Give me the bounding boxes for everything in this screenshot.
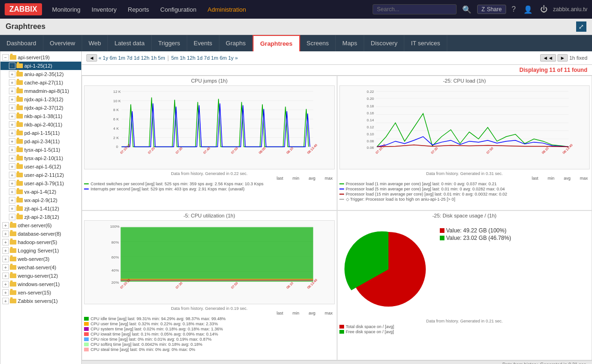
tab-triggers[interactable]: Triggers — [152, 35, 187, 51]
tree-toggle[interactable]: + — [9, 147, 15, 153]
shortcut-12h-right[interactable]: 12h — [187, 55, 195, 61]
tree-toggle[interactable]: + — [9, 96, 15, 103]
prev-button[interactable]: ◄ — [86, 54, 97, 62]
sidebar-item-logging-server[interactable]: + Logging Server(1) — [0, 246, 81, 255]
tree-toggle[interactable]: + — [9, 155, 15, 161]
sidebar-item-zjt-api-2-18[interactable]: + zjt-api-2-18(12) — [0, 213, 81, 221]
shortcut-6m-left[interactable]: 6m — [110, 55, 117, 61]
tab-graphs[interactable]: Graphs — [219, 35, 253, 51]
tab-web[interactable]: Web — [82, 35, 108, 51]
nav-configuration[interactable]: Configuration — [155, 0, 202, 19]
shortcut-6m-right[interactable]: 6m — [219, 55, 226, 61]
sidebar-item-wechat-server[interactable]: + wechat-server(4) — [0, 263, 81, 272]
shortcut-7d-left[interactable]: 7d — [127, 55, 132, 61]
zoom-in-button[interactable]: ► — [557, 54, 568, 62]
sidebar-item-windows-server[interactable]: + windows-server(1) — [0, 280, 81, 288]
shortcut-1m-right[interactable]: 1m — [211, 55, 218, 61]
sidebar-item-tysx-api-2-10[interactable]: + tysx-api-2-10(11) — [0, 154, 81, 162]
tree-toggle[interactable]: + — [9, 105, 15, 111]
tree-toggle[interactable]: + — [2, 289, 9, 296]
tree-toggle[interactable]: + — [9, 121, 15, 128]
sidebar-item-cache-api-27[interactable]: + cache-api-27(11) — [0, 78, 81, 87]
tab-it-services[interactable]: IT services — [404, 35, 447, 51]
shortcut-1d-left[interactable]: 1d — [134, 55, 139, 61]
tree-toggle[interactable]: + — [9, 163, 15, 170]
search-icon[interactable]: 🔍 — [460, 5, 473, 14]
tree-toggle[interactable]: + — [2, 273, 9, 279]
sidebar-item-user-api-3-79[interactable]: + user-api-3-79(11) — [0, 179, 81, 188]
sidebar-item-wengu-server[interactable]: + wengu-server(12) — [0, 272, 81, 280]
shortcut-5m-left[interactable]: 5m — [158, 55, 165, 61]
tree-toggle[interactable]: + — [9, 88, 15, 94]
shortcut-1m-left[interactable]: 1m — [118, 55, 125, 61]
tab-events[interactable]: Events — [187, 35, 219, 51]
tree-toggle[interactable]: + — [9, 71, 15, 77]
tree-toggle[interactable]: + — [9, 180, 15, 187]
tree-toggle[interactable]: − — [2, 54, 9, 61]
tree-toggle[interactable]: + — [9, 130, 15, 136]
tree-toggle[interactable]: + — [9, 189, 15, 195]
power-icon[interactable]: ⏻ — [538, 5, 550, 14]
tree-toggle[interactable]: + — [2, 239, 9, 245]
shortcut-1h-right[interactable]: 1h — [180, 55, 185, 61]
tree-toggle[interactable]: + — [9, 214, 15, 220]
shortcut-1h-left[interactable]: 1h — [151, 55, 156, 61]
sidebar-item-web-server[interactable]: + web-server(3) — [0, 255, 81, 263]
share-button[interactable]: Z Share — [477, 5, 506, 14]
sidebar-item-database-server[interactable]: + database-server(8) — [0, 230, 81, 238]
tree-toggle[interactable]: + — [9, 197, 15, 203]
shortcut-1y-left[interactable]: 1y — [103, 55, 108, 61]
tree-toggle[interactable]: + — [9, 113, 15, 119]
tree-toggle[interactable]: + — [9, 172, 15, 178]
help-icon[interactable]: ? — [510, 5, 518, 14]
sidebar-item-njdx-api-2-37[interactable]: + njdx-api-2-37(12) — [0, 104, 81, 112]
sidebar-item-xen-server[interactable]: + xen-server(15) — [0, 288, 81, 297]
tree-toggle[interactable]: + — [2, 222, 9, 229]
tree-toggle[interactable]: + — [2, 264, 9, 271]
shortcut-7d-right[interactable]: 7d — [204, 55, 210, 61]
search-input[interactable] — [373, 4, 457, 14]
nav-inventory[interactable]: Inventory — [86, 0, 122, 19]
user-icon[interactable]: 👤 — [522, 5, 535, 14]
sidebar-item-user-api-2-11[interactable]: + user-api-2-11(12) — [0, 171, 81, 179]
tree-toggle[interactable]: + — [2, 256, 9, 262]
sidebar-item-vx-api-1-4[interactable]: + vx-api-1-4(12) — [0, 188, 81, 196]
tree-toggle[interactable]: + — [2, 298, 9, 304]
zoom-in-end[interactable]: » — [235, 55, 238, 61]
sidebar-item-wx-api-2-9[interactable]: + wx-api-2-9(12) — [0, 196, 81, 204]
tree-toggle[interactable]: + — [2, 247, 9, 254]
nav-reports[interactable]: Reports — [122, 0, 155, 19]
tab-dashboard[interactable]: Dashboard — [0, 35, 43, 51]
zoom-out-start[interactable]: « — [99, 55, 101, 61]
tree-toggle[interactable]: + — [9, 63, 15, 69]
tree-toggle[interactable]: + — [9, 138, 15, 145]
tree-toggle[interactable]: + — [2, 281, 9, 287]
tab-discovery[interactable]: Discovery — [364, 35, 404, 51]
sidebar-item-user-api-1-6[interactable]: + user-api-1-6(12) — [0, 162, 81, 171]
sidebar-item-hadoop-server[interactable]: + hadoop-server(5) — [0, 238, 81, 246]
sidebar-item-tysx-api-1-5[interactable]: + tysx-api-1-5(11) — [0, 146, 81, 154]
tab-latest-data[interactable]: Latest data — [108, 35, 151, 51]
sidebar-item-nkb-api-1-38[interactable]: + nkb-api-1-38(11) — [0, 112, 81, 120]
tree-toggle[interactable]: + — [2, 231, 9, 237]
sidebar-item-nkb-api-2-40[interactable]: + nkb-api-2-40(11) — [0, 120, 81, 129]
nav-administration[interactable]: Administration — [202, 0, 252, 19]
tab-screens[interactable]: Screens — [300, 35, 336, 51]
sidebar-item-mmadmin-api[interactable]: + mmadmin-api-8(11) — [0, 87, 81, 95]
sidebar-item-njdx-api-1-23[interactable]: + njdx-api-1-23(12) — [0, 95, 81, 104]
tab-graphtrees[interactable]: Graphtrees — [253, 35, 300, 51]
shortcut-5m-right[interactable]: 5m — [171, 55, 178, 61]
shortcut-1y-right[interactable]: 1y — [228, 55, 234, 61]
tree-toggle[interactable]: + — [9, 205, 15, 212]
tab-maps[interactable]: Maps — [336, 35, 364, 51]
sidebar-item-zjt-api-1-41[interactable]: + zjt-api-1-41(12) — [0, 204, 81, 213]
tab-overview[interactable]: Overview — [43, 35, 82, 51]
sidebar-item-pd-api-2-34[interactable]: + pd-api-2-34(11) — [0, 137, 81, 146]
sidebar-item-zabbix-servers[interactable]: + Zabbix servers(1) — [0, 297, 81, 305]
shortcut-1d-right[interactable]: 1d — [197, 55, 203, 61]
tree-toggle[interactable]: + — [9, 79, 15, 86]
sidebar-item-api-1-25[interactable]: + api-1-25(12) — [0, 62, 81, 70]
nav-monitoring[interactable]: Monitoring — [47, 0, 86, 19]
sidebar-item-other-server[interactable]: + other-server(6) — [0, 221, 81, 230]
sidebar-item-aniu-api-2-35[interactable]: + aniu-api-2-35(12) — [0, 70, 81, 78]
